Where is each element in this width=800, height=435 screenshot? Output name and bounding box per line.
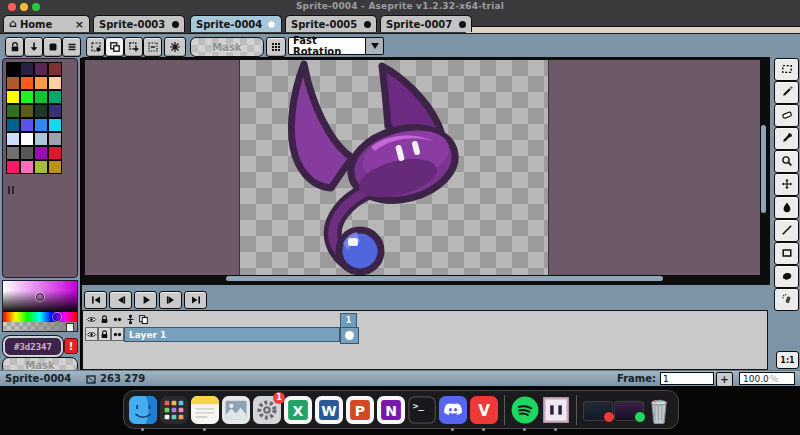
palette-swatch-22[interactable] xyxy=(34,132,48,146)
prev-frame-button[interactable] xyxy=(109,291,132,309)
palette-resize-handle[interactable] xyxy=(8,179,16,187)
next-frame-button[interactable] xyxy=(159,291,182,309)
contour-tool-button[interactable] xyxy=(774,265,799,288)
play-button[interactable] xyxy=(134,291,157,309)
palette-swatch-0[interactable] xyxy=(6,62,20,76)
palette-swatch-7[interactable] xyxy=(48,76,62,90)
frame-number-cell[interactable]: 1 xyxy=(340,313,357,328)
palette-warning-button[interactable]: ! xyxy=(64,338,78,354)
foreground-color-hex-button[interactable]: #3d2347 xyxy=(3,336,63,357)
saturation-value-picker[interactable] xyxy=(2,280,78,314)
header-copy-toggle[interactable] xyxy=(137,313,150,326)
pencil-tool-button[interactable] xyxy=(774,81,799,104)
palette-swatch-2[interactable] xyxy=(34,62,48,76)
dock-discord-icon[interactable] xyxy=(439,396,467,424)
palette-swatch-30[interactable] xyxy=(34,160,48,174)
palette-swatch-17[interactable] xyxy=(20,118,34,132)
palette-swatch-13[interactable] xyxy=(20,104,34,118)
sel-replace-button[interactable] xyxy=(86,37,105,57)
dock-spotify-icon[interactable] xyxy=(511,396,539,424)
sv-picker-marker[interactable] xyxy=(36,293,44,301)
skip-last-button[interactable] xyxy=(184,291,207,309)
rotation-algorithm-dropdown[interactable]: Fast Rotation xyxy=(288,37,384,55)
palette-swatch-24[interactable] xyxy=(6,146,20,160)
grid-button[interactable] xyxy=(266,37,286,57)
palette-swatch-5[interactable] xyxy=(20,76,34,90)
sel-subtract-button[interactable] xyxy=(143,37,162,57)
layer-padlock-toggle[interactable] xyxy=(98,327,111,341)
palette-swatch-23[interactable] xyxy=(48,132,62,146)
timeline-zoom-toggle-button[interactable]: 1:1 xyxy=(776,351,799,369)
dock-excel-icon[interactable]: X xyxy=(284,396,312,424)
palette-swatch-19[interactable] xyxy=(48,118,62,132)
palette-swatch-18[interactable] xyxy=(34,118,48,132)
arrow-down-button[interactable] xyxy=(24,37,43,57)
hue-marker[interactable] xyxy=(53,313,61,321)
sparkle-button[interactable] xyxy=(164,37,186,57)
palette-swatch-26[interactable] xyxy=(34,146,48,160)
palette-swatch-27[interactable] xyxy=(48,146,62,160)
tab-sprite-0007[interactable]: Sprite-0007 xyxy=(380,15,472,32)
palette-swatch-16[interactable] xyxy=(6,118,20,132)
dock-photos-icon[interactable] xyxy=(222,396,250,424)
dock-notes-icon[interactable] xyxy=(191,396,219,424)
palette-swatch-10[interactable] xyxy=(34,90,48,104)
palette-swatch-14[interactable] xyxy=(34,104,48,118)
cel-cell[interactable] xyxy=(340,327,359,344)
dock-onenote-icon[interactable]: N xyxy=(377,396,405,424)
dock-powerpoint-icon[interactable]: P xyxy=(346,396,374,424)
close-tab-icon[interactable]: × xyxy=(75,18,84,31)
tab-home[interactable]: ⌂Home× xyxy=(3,15,90,32)
menu-button[interactable] xyxy=(62,37,81,57)
palette-swatch-29[interactable] xyxy=(20,160,34,174)
eyedropper-tool-button[interactable] xyxy=(774,127,799,150)
skip-first-button[interactable] xyxy=(84,291,107,309)
palette-swatch-4[interactable] xyxy=(6,76,20,90)
zoom-tool-button[interactable] xyxy=(774,150,799,173)
palette-swatch-21[interactable] xyxy=(20,132,34,146)
dock-finder-icon[interactable] xyxy=(129,396,157,424)
tab-sprite-0005[interactable]: Sprite-0005 xyxy=(285,15,377,32)
zoom-input[interactable]: 100.0 % xyxy=(739,372,795,385)
layer-eye-toggle[interactable] xyxy=(85,327,98,341)
dropdown-arrow-button[interactable] xyxy=(366,37,384,55)
palette-swatch-15[interactable] xyxy=(48,104,62,118)
add-frame-button[interactable]: + xyxy=(716,372,733,387)
sprite-canvas[interactable] xyxy=(240,60,548,282)
filled-square-button[interactable] xyxy=(43,37,62,57)
dock-window-spotify-icon[interactable] xyxy=(614,396,642,424)
marquee-tool-button[interactable] xyxy=(774,58,799,81)
horizontal-scrollbar-thumb[interactable] xyxy=(226,276,663,281)
line-tool-button[interactable] xyxy=(774,219,799,242)
dock-terminal-icon[interactable]: >_ xyxy=(408,396,436,424)
palette-swatch-9[interactable] xyxy=(20,90,34,104)
dock-aseprite-icon[interactable] xyxy=(542,396,570,424)
layer-onion-toggle[interactable] xyxy=(111,327,124,341)
vertical-scrollbar-thumb[interactable] xyxy=(761,125,766,213)
tab-sprite-0003[interactable]: Sprite-0003 xyxy=(93,15,185,32)
dock-trash-icon[interactable] xyxy=(645,396,673,424)
palette-swatch-25[interactable] xyxy=(20,146,34,160)
palette-swatch-31[interactable] xyxy=(48,160,62,174)
sel-add-button[interactable] xyxy=(124,37,143,57)
tab-sprite-0004[interactable]: Sprite-0004 xyxy=(190,15,282,32)
sel-new-button[interactable] xyxy=(105,37,124,57)
palette-swatch-6[interactable] xyxy=(34,76,48,90)
spray-tool-button[interactable] xyxy=(774,288,799,311)
frame-input[interactable] xyxy=(660,372,714,385)
layer-row[interactable]: Layer 1 xyxy=(124,327,340,342)
rectangle-tool-button[interactable] xyxy=(774,242,799,265)
palette-swatch-1[interactable] xyxy=(20,62,34,76)
dock-vivaldi-icon[interactable]: V xyxy=(470,396,498,424)
eraser-tool-button[interactable] xyxy=(774,104,799,127)
palette-swatch-3[interactable] xyxy=(48,62,62,76)
lock-button[interactable] xyxy=(5,37,24,57)
dock-window-vivaldi-icon[interactable] xyxy=(583,396,611,424)
dock-system-settings-icon[interactable]: 1 xyxy=(253,396,281,424)
palette-swatch-12[interactable] xyxy=(6,104,20,118)
paint-bucket-tool-button[interactable] xyxy=(774,196,799,219)
mask-toolbar-button[interactable]: Mask xyxy=(190,37,264,57)
palette-swatch-8[interactable] xyxy=(6,90,20,104)
palette-swatch-20[interactable] xyxy=(6,132,20,146)
header-flow-toggle[interactable] xyxy=(124,313,137,326)
